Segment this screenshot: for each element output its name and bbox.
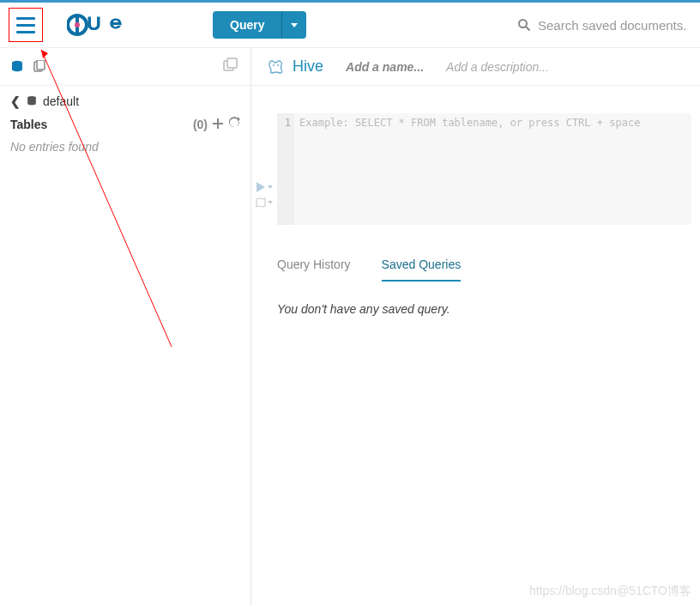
tables-label: Tables [10, 118, 47, 131]
tables-count: (0) [193, 118, 208, 131]
sql-editor[interactable]: 1 Example: SELECT * FROM tablename, or p… [277, 113, 691, 225]
svg-point-12 [277, 64, 279, 66]
caret-down-icon [268, 201, 273, 204]
files-icon[interactable] [223, 58, 240, 76]
query-dropdown-button[interactable] [281, 11, 306, 39]
editor-gutter: 1 [277, 113, 294, 225]
tab-query-history[interactable]: Query History [277, 258, 351, 282]
run-button[interactable] [256, 182, 273, 192]
editor-area: 1 Example: SELECT * FROM tablename, or p… [251, 86, 700, 233]
breadcrumb-back-icon[interactable]: ❮ [10, 94, 21, 108]
svg-point-11 [273, 64, 275, 66]
docs-icon[interactable] [33, 60, 48, 74]
database-icon[interactable] [10, 60, 24, 74]
database-small-icon [26, 95, 38, 107]
sidebar-toolbar [0, 48, 250, 86]
refresh-icon[interactable] [228, 117, 240, 131]
watermark-text: https://blog.csdn@51CTO博客 [529, 584, 691, 599]
map-button[interactable] [256, 197, 273, 208]
engine-label: Hive [293, 58, 323, 76]
engine-title[interactable]: Hive [267, 58, 323, 76]
caret-down-icon [291, 23, 298, 27]
main-panel: Hive Add a name... Add a description... … [251, 48, 700, 606]
body: ❮ default Tables (0) No entries found [0, 48, 700, 606]
sidebar: ❮ default Tables (0) No entries found [0, 48, 251, 606]
editor-textarea[interactable]: Example: SELECT * FROM tablename, or pre… [294, 113, 691, 225]
hamburger-menu-icon[interactable] [9, 8, 43, 42]
main-header: Hive Add a name... Add a description... [251, 48, 700, 86]
query-button[interactable]: Query [213, 11, 281, 39]
search-icon [517, 18, 531, 32]
editor-controls [251, 113, 277, 225]
query-button-group: Query [213, 11, 306, 39]
svg-line-4 [526, 27, 529, 30]
empty-saved-message: You don't have any saved query. [251, 288, 700, 330]
hue-logo[interactable] [67, 12, 153, 38]
tab-saved-queries[interactable]: Saved Queries [382, 258, 462, 282]
svg-rect-7 [37, 60, 45, 70]
add-table-icon[interactable] [213, 118, 223, 131]
no-entries-message: No entries found [0, 136, 250, 157]
topbar: Query [0, 0, 700, 48]
search-input[interactable] [538, 18, 688, 33]
description-placeholder[interactable]: Add a description... [446, 60, 549, 74]
name-placeholder[interactable]: Add a name... [346, 60, 424, 74]
tables-header: Tables (0) [0, 112, 250, 136]
breadcrumb: ❮ default [0, 86, 250, 112]
svg-rect-9 [227, 58, 237, 68]
hive-icon [267, 58, 286, 76]
result-tabs: Query History Saved Queries [251, 233, 700, 288]
svg-point-2 [75, 22, 80, 27]
caret-down-icon [268, 185, 273, 189]
db-name[interactable]: default [43, 94, 79, 108]
search-box [517, 18, 691, 33]
